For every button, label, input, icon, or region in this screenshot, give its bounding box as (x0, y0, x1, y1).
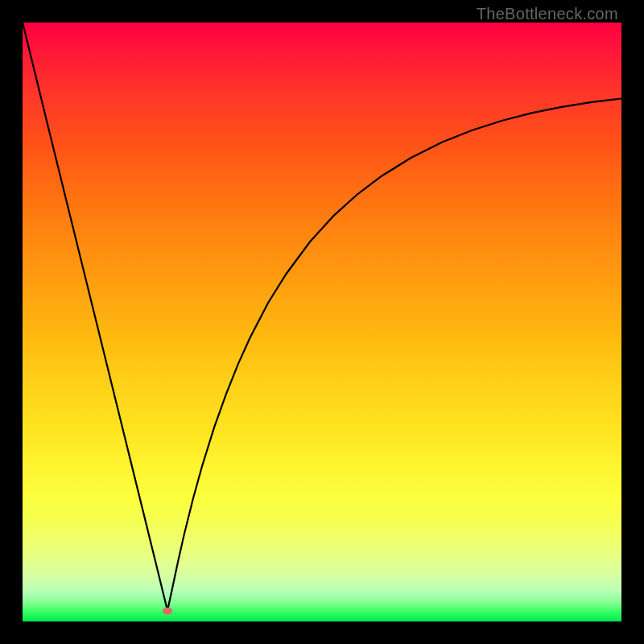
chart-gradient-background (23, 23, 621, 621)
bottleneck-marker (163, 607, 172, 614)
attribution-label: TheBottleneck.com (477, 5, 618, 23)
